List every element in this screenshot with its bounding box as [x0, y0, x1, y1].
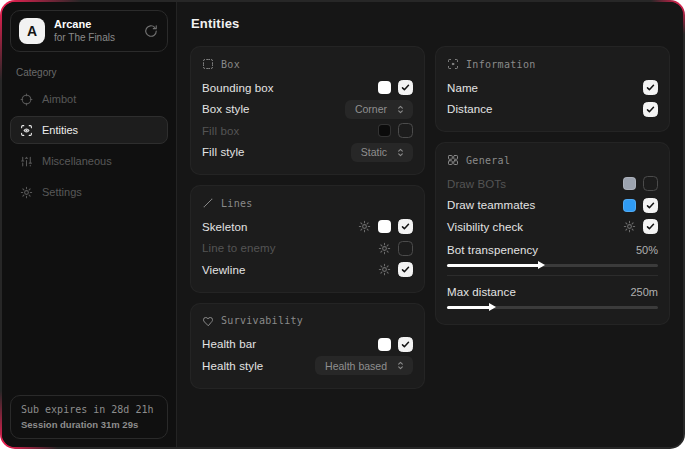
sidebar-item-entities[interactable]: Entities: [10, 116, 168, 144]
panel-information: Information Name Distance: [435, 46, 670, 132]
max-distance-slider[interactable]: [447, 306, 658, 309]
window-frame: A Arcane for The Finals Category Aimbot …: [0, 0, 685, 449]
panel-title: General: [466, 155, 510, 166]
sidebar-item-settings[interactable]: Settings: [10, 178, 168, 206]
sidebar-item-aimbot[interactable]: Aimbot: [10, 85, 168, 113]
gear-icon[interactable]: [623, 220, 636, 233]
setting-row-health-style: Health style Health based: [202, 355, 413, 377]
setting-row-visibility-check: Visibility check: [447, 216, 658, 238]
setting-label: Skeleton: [202, 221, 248, 233]
gear-icon: [20, 186, 33, 199]
gear-icon[interactable]: [358, 220, 371, 233]
refresh-button[interactable]: [144, 24, 158, 38]
setting-label: Distance: [447, 103, 493, 115]
category-label: Category: [16, 67, 162, 78]
setting-label: Bounding box: [202, 82, 274, 94]
app-logo: A: [19, 18, 45, 44]
distance-checkbox[interactable]: [643, 102, 658, 117]
color-swatch[interactable]: [378, 81, 391, 94]
divider: [447, 275, 658, 276]
viewline-checkbox[interactable]: [398, 262, 413, 277]
visibility-check-checkbox[interactable]: [643, 219, 658, 234]
panel-title: Box: [221, 59, 240, 70]
setting-row-bounding-box: Bounding box: [202, 77, 413, 99]
row-controls: [378, 123, 413, 138]
sidebar-item-label: Settings: [42, 186, 82, 198]
color-swatch[interactable]: [378, 338, 391, 351]
setting-row-fill-box: Fill box: [202, 120, 413, 142]
row-controls: [378, 241, 413, 256]
row-controls: [643, 102, 658, 117]
refresh-icon: [144, 24, 158, 38]
setting-row-health-bar: Health bar: [202, 334, 413, 356]
sidebar-item-label: Miscellaneous: [42, 155, 112, 167]
draw-teammates-checkbox[interactable]: [643, 198, 658, 213]
max-distance-group: Max distance 250m: [447, 282, 658, 309]
sidebar-item-miscellaneous[interactable]: Miscellaneous: [10, 147, 168, 175]
subscription-card: Sub expires in 28d 21h Session duration …: [10, 395, 168, 439]
panel-title: Survivability: [221, 315, 303, 326]
check-icon: [401, 222, 410, 231]
bot-transparency-group: Bot transpenency 50%: [447, 240, 658, 267]
gear-icon[interactable]: [378, 263, 391, 276]
panel-title: Lines: [221, 198, 253, 209]
setting-label: Bot transpenency: [447, 244, 538, 256]
slider-thumb[interactable]: [489, 303, 496, 311]
app-name: Arcane: [54, 18, 135, 31]
setting-label: Fill box: [202, 125, 239, 137]
gear-icon[interactable]: [378, 242, 391, 255]
brand-text: Arcane for The Finals: [54, 18, 135, 44]
setting-label: Line to enemy: [202, 242, 276, 254]
panel-box-header: Box: [202, 58, 413, 70]
health-style-select[interactable]: Health based: [315, 356, 413, 375]
setting-label: Draw teammates: [447, 199, 535, 211]
slider-value: 250m: [630, 286, 658, 298]
skeleton-checkbox[interactable]: [398, 219, 413, 234]
row-controls: [378, 337, 413, 352]
row-controls: [378, 262, 413, 277]
setting-label: Max distance: [447, 286, 516, 298]
setting-label: Name: [447, 82, 478, 94]
box-style-select[interactable]: Corner: [345, 100, 413, 119]
check-icon: [401, 340, 410, 349]
selected-value: Corner: [355, 103, 387, 115]
color-swatch[interactable]: [378, 220, 391, 233]
color-swatch[interactable]: [378, 124, 391, 137]
panel-lines-header: Lines: [202, 197, 413, 209]
check-icon: [401, 265, 410, 274]
sub-expiry-text: Sub expires in 28d 21h: [21, 404, 157, 415]
fill-box-checkbox[interactable]: [398, 123, 413, 138]
diagonal-line-icon: [202, 197, 214, 209]
draw-bots-checkbox[interactable]: [643, 176, 658, 191]
layout-grid-icon: [447, 154, 459, 166]
fill-style-select[interactable]: Static: [351, 143, 413, 162]
panel-box: Box Bounding box Box style Corner: [190, 46, 425, 175]
panel-general: General Draw BOTs Draw teammates: [435, 142, 670, 325]
chevrons-up-down-icon: [395, 104, 406, 115]
setting-row-line-to-enemy: Line to enemy: [202, 238, 413, 260]
setting-label: Visibility check: [447, 221, 523, 233]
line-to-enemy-checkbox[interactable]: [398, 241, 413, 256]
color-swatch[interactable]: [623, 199, 636, 212]
row-controls: [358, 219, 413, 234]
selected-value: Health based: [325, 360, 387, 372]
bot-transparency-slider[interactable]: [447, 264, 658, 267]
setting-row-skeleton: Skeleton: [202, 216, 413, 238]
selected-value: Static: [361, 146, 387, 158]
setting-label: Draw BOTs: [447, 178, 506, 190]
panel-information-header: Information: [447, 58, 658, 70]
health-bar-checkbox[interactable]: [398, 337, 413, 352]
box-select-icon: [202, 58, 214, 70]
row-controls: [643, 80, 658, 95]
heart-pulse-icon: [202, 315, 214, 327]
bounding-box-checkbox[interactable]: [398, 80, 413, 95]
setting-row-fill-style: Fill style Static: [202, 142, 413, 164]
brand-card: A Arcane for The Finals: [10, 10, 168, 52]
right-column: Information Name Distance: [435, 46, 670, 389]
name-checkbox[interactable]: [643, 80, 658, 95]
slider-thumb[interactable]: [538, 261, 545, 269]
slider-fill: [447, 264, 542, 267]
sliders-icon: [20, 155, 33, 168]
scan-icon: [447, 58, 459, 70]
color-swatch[interactable]: [623, 177, 636, 190]
